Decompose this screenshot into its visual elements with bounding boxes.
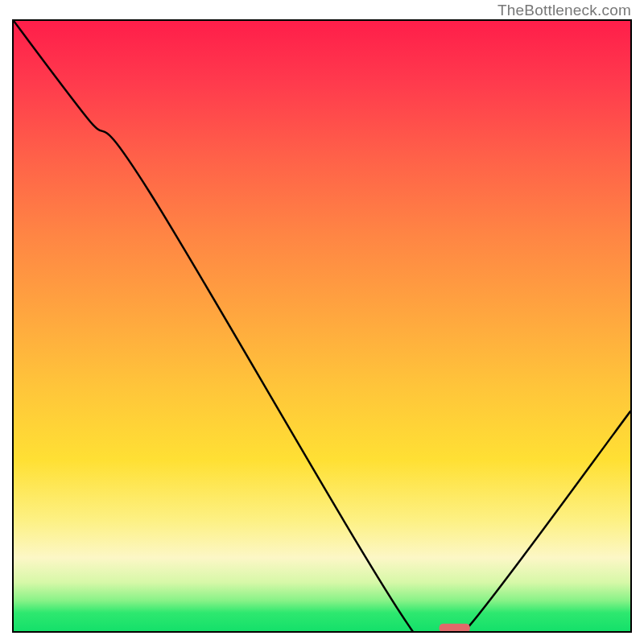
gradient-background	[14, 21, 630, 631]
chart-frame	[12, 19, 632, 633]
chart-container: TheBottleneck.com	[0, 0, 644, 644]
watermark-text: TheBottleneck.com	[497, 2, 631, 19]
